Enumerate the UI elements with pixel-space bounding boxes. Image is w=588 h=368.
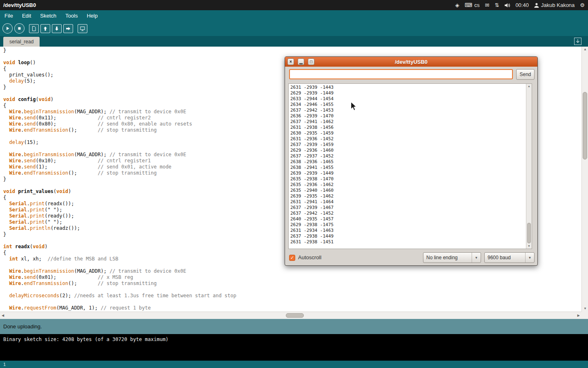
save-sketch-button[interactable] — [52, 24, 62, 33]
network-arrows-icon[interactable]: ⇅ — [494, 2, 499, 8]
baud-rate-select[interactable]: 9600 baud ▼ — [484, 252, 535, 263]
chevron-down-icon: ▼ — [472, 253, 481, 263]
footer-line-indicator-bar: 1 — [0, 361, 588, 368]
keyboard-icon: ⌨ — [465, 2, 472, 8]
baud-rate-value: 9600 baud — [485, 255, 525, 260]
serial-output-text: 2631 -2939 -1443 2629 -2939 -1449 2633 -… — [289, 84, 532, 245]
upload-button[interactable] — [63, 24, 73, 33]
document-icon — [31, 26, 37, 31]
new-sketch-button[interactable] — [29, 24, 39, 33]
close-icon[interactable]: × — [287, 58, 294, 65]
user-menu[interactable]: Jakub Kakona — [534, 2, 575, 8]
arrow-down-icon — [54, 26, 60, 31]
scroll-up-icon[interactable]: ▲ — [528, 85, 530, 88]
serial-monitor-titlebar[interactable]: × ▁ □ /dev/ttyUSB0 — [285, 57, 537, 67]
line-ending-select[interactable]: No line ending ▼ — [423, 252, 481, 263]
horizontal-scrollbar-thumb[interactable] — [286, 313, 304, 318]
serial-monitor-window: × ▁ □ /dev/ttyUSB0 Send 2631 -2939 -1443… — [285, 56, 538, 266]
mail-icon[interactable]: ✉ — [485, 2, 490, 8]
serial-output-scrollbar[interactable]: ▲ ▼ — [526, 84, 532, 249]
indicator-area: ◈ ⌨ cs ✉ ⇅ 00:40 — [455, 2, 585, 8]
check-icon: ✓ — [290, 255, 294, 260]
stop-button[interactable] — [14, 23, 24, 34]
status-message: Done uploading. — [3, 323, 42, 330]
menu-edit[interactable]: Edit — [18, 10, 36, 21]
line-number-indicator: 1 — [3, 362, 6, 367]
menu-file[interactable]: File — [0, 10, 18, 21]
stop-icon — [16, 25, 22, 31]
console-output: Binary sketch size: 4208 bytes (of a 307… — [3, 337, 169, 342]
menu-tools[interactable]: Tools — [61, 10, 82, 21]
tab-serial-read[interactable]: serial_read — [3, 37, 40, 47]
top-panel: /dev/ttyUSB0 ◈ ⌨ cs ✉ ⇅ 00:40 — [0, 0, 588, 10]
toolbar — [0, 21, 588, 36]
scroll-left-icon[interactable]: ◀ — [2, 314, 4, 317]
scroll-down-icon[interactable]: ▼ — [528, 245, 530, 248]
line-ending-value: No line ending — [423, 255, 472, 260]
arrow-up-icon — [42, 26, 48, 31]
tab-strip: serial_read — [0, 36, 588, 47]
monitor-icon — [80, 26, 85, 31]
autoscroll-checkbox[interactable]: ✓ — [289, 255, 295, 261]
serial-send-input[interactable] — [289, 69, 513, 79]
editor-vertical-scrollbar[interactable]: ▲ ▼ — [581, 47, 588, 312]
chevron-down-icon: ▼ — [525, 253, 534, 263]
maximize-icon[interactable]: □ — [308, 58, 314, 65]
screen: /dev/ttyUSB0 ◈ ⌨ cs ✉ ⇅ 00:40 — [0, 0, 588, 368]
serial-monitor-title: /dev/ttyUSB0 — [395, 59, 428, 65]
clock[interactable]: 00:40 — [515, 2, 529, 8]
verify-button[interactable] — [2, 23, 13, 34]
play-icon — [4, 25, 11, 31]
status-bar: Done uploading. — [0, 319, 588, 334]
menu-help[interactable]: Help — [82, 10, 102, 21]
send-button[interactable]: Send — [516, 69, 535, 80]
menu-bar: File Edit Sketch Tools Help — [0, 10, 588, 21]
tab-menu-icon — [574, 38, 581, 45]
open-sketch-button[interactable] — [40, 24, 50, 33]
username-label: Jakub Kakona — [541, 2, 575, 8]
editor-horizontal-scrollbar[interactable]: ◀ ▶ — [0, 312, 581, 319]
keyboard-layout-label: cs — [474, 2, 480, 8]
dropbox-icon[interactable]: ◈ — [455, 2, 459, 8]
scroll-down-icon[interactable]: ▼ — [584, 307, 587, 310]
active-window-title: /dev/ttyUSB0 — [3, 2, 36, 8]
serial-output-area[interactable]: 2631 -2939 -1443 2629 -2939 -1449 2633 -… — [288, 83, 532, 249]
window-controls: × ▁ □ — [287, 58, 314, 65]
minimize-icon[interactable]: ▁ — [298, 58, 304, 65]
volume-icon[interactable] — [504, 2, 510, 8]
serial-scrollbar-thumb[interactable] — [527, 223, 531, 243]
vertical-scrollbar-thumb[interactable] — [583, 92, 587, 159]
session-gear-icon[interactable]: ⚙ — [580, 2, 585, 8]
menu-sketch[interactable]: Sketch — [36, 10, 61, 21]
arrow-right-icon — [65, 26, 71, 31]
tab-menu-button[interactable] — [574, 38, 581, 45]
scroll-up-icon[interactable]: ▲ — [584, 48, 587, 51]
build-console: Binary sketch size: 4208 bytes (of a 307… — [0, 334, 588, 361]
scrollbar-corner — [581, 312, 588, 319]
keyboard-layout-indicator[interactable]: ⌨ cs — [465, 2, 480, 8]
autoscroll-label: Autoscroll — [298, 254, 321, 260]
serial-monitor-button[interactable] — [78, 24, 87, 33]
user-icon — [534, 2, 539, 8]
scroll-right-icon[interactable]: ▶ — [577, 314, 580, 317]
